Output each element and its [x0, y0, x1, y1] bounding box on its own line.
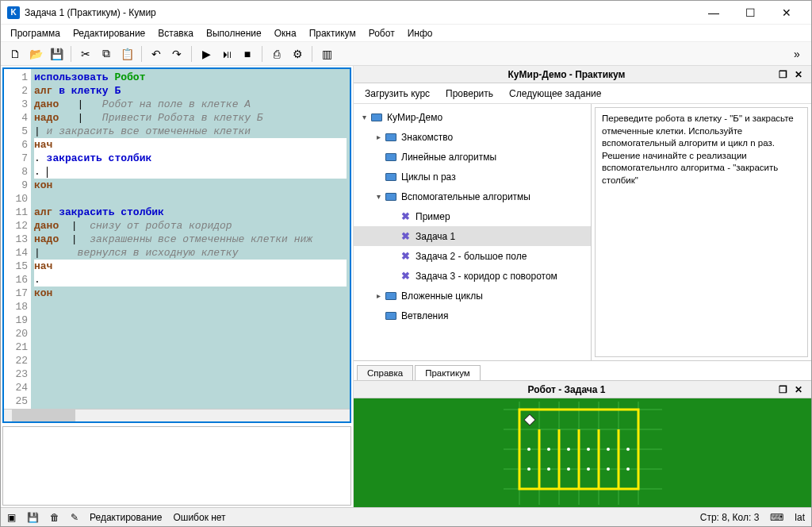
- menu-windows[interactable]: Окна: [270, 26, 301, 40]
- robot-grid: [504, 402, 662, 505]
- code-editor[interactable]: 1234567891011121314151617181920212223242…: [2, 67, 351, 423]
- cut-icon[interactable]: ✂: [76, 44, 95, 63]
- status-icon-1: ▣: [7, 512, 16, 523]
- tab-practicum[interactable]: Практикум: [415, 365, 481, 380]
- course-tree[interactable]: ▾КуМир-Демо ▸Знакомство Линейные алгорит…: [354, 104, 592, 360]
- robot-restore-icon[interactable]: ❐: [775, 384, 791, 395]
- load-course-button[interactable]: Загрузить курс: [358, 87, 436, 101]
- tree-linear[interactable]: Линейные алгоритмы: [354, 147, 591, 167]
- output-pane: [2, 426, 351, 506]
- svg-point-24: [527, 467, 530, 471]
- status-icon-3: 🗑: [50, 512, 59, 523]
- more-icon[interactable]: »: [787, 44, 806, 63]
- panel-close-icon[interactable]: ✕: [791, 69, 806, 80]
- tree-root[interactable]: ▾КуМир-Демо: [354, 107, 591, 127]
- task-description: Переведите робота в клетку - "Б" и закра…: [595, 107, 808, 357]
- svg-point-22: [607, 448, 610, 451]
- tree-task1[interactable]: ✖Задача 1: [354, 226, 591, 246]
- svg-point-23: [626, 448, 630, 451]
- minimize-button[interactable]: —: [695, 1, 732, 25]
- course-toolbar: Загрузить курс Проверить Следующее задан…: [354, 83, 811, 104]
- status-errors: Ошибок нет: [173, 512, 225, 523]
- step-icon[interactable]: ⏯: [217, 44, 236, 63]
- code-area[interactable]: использовать Роботалг в клетку Бдано | Р…: [31, 69, 350, 409]
- menu-practicum[interactable]: Практикум: [304, 26, 361, 40]
- save-file-icon[interactable]: 💾: [47, 44, 66, 63]
- svg-point-25: [547, 467, 550, 471]
- svg-point-28: [607, 467, 610, 471]
- tree-branch[interactable]: Ветвления: [354, 306, 591, 325]
- menu-info[interactable]: Инфо: [403, 26, 438, 40]
- status-icon-4: ✎: [71, 512, 79, 523]
- menu-program[interactable]: Программа: [6, 26, 65, 40]
- undo-icon[interactable]: ↶: [147, 44, 166, 63]
- copy-icon[interactable]: ⧉: [97, 44, 116, 63]
- robot-close-icon[interactable]: ✕: [791, 384, 806, 395]
- svg-point-21: [587, 448, 590, 451]
- paste-icon[interactable]: 📋: [117, 44, 136, 63]
- menubar: Программа Редактирование Вставка Выполне…: [1, 25, 811, 42]
- menu-insert[interactable]: Вставка: [153, 26, 198, 40]
- status-keyboard-icon: ⌨: [770, 512, 783, 523]
- new-file-icon[interactable]: 🗋: [6, 44, 25, 63]
- panel-restore-icon[interactable]: ❐: [775, 69, 791, 80]
- tree-nested[interactable]: ▸Вложенные циклы: [354, 286, 591, 306]
- tool-1-icon[interactable]: ⎙: [267, 44, 286, 63]
- status-position: Стр: 8, Кол: 3: [700, 512, 760, 523]
- svg-point-20: [567, 448, 570, 451]
- tab-help[interactable]: Справка: [357, 365, 413, 380]
- tree-cycles[interactable]: Циклы n раз: [354, 167, 591, 187]
- line-gutter: 1234567891011121314151617181920212223242…: [4, 69, 31, 409]
- stop-icon[interactable]: ■: [238, 44, 257, 63]
- window-title: Задача 1 (Практикум) - Кумир: [25, 7, 695, 18]
- toolbar: 🗋 📂 💾 ✂ ⧉ 📋 ↶ ↷ ▶ ⏯ ■ ⎙ ⚙ ▥ »: [1, 42, 811, 66]
- svg-point-18: [527, 448, 530, 451]
- practicum-panel-title: КуМир-Демо - Практикум ❐ ✕: [354, 66, 811, 83]
- run-icon[interactable]: ▶: [197, 44, 216, 63]
- next-task-button[interactable]: Следующее задание: [503, 87, 607, 101]
- status-icon-2: 💾: [27, 512, 39, 523]
- statusbar: ▣ 💾 🗑 ✎ Редактирование Ошибок нет Стр: 8…: [1, 507, 811, 526]
- tree-aux[interactable]: ▾Вспомогательные алгоритмы: [354, 187, 591, 206]
- editor-scrollbar[interactable]: [4, 409, 350, 421]
- maximize-button[interactable]: ☐: [732, 1, 768, 25]
- menu-edit[interactable]: Редактирование: [68, 26, 150, 40]
- menu-run[interactable]: Выполнение: [201, 26, 266, 40]
- status-lang: lat: [795, 512, 805, 523]
- redo-icon[interactable]: ↷: [167, 44, 186, 63]
- tree-example[interactable]: ✖Пример: [354, 206, 591, 226]
- tree-task2[interactable]: ✖Задача 2 - большое поле: [354, 246, 591, 266]
- menu-robot[interactable]: Робот: [364, 26, 400, 40]
- open-file-icon[interactable]: 📂: [26, 44, 45, 63]
- layout-icon[interactable]: ▥: [317, 44, 336, 63]
- tool-2-icon[interactable]: ⚙: [288, 44, 307, 63]
- svg-point-19: [547, 448, 550, 451]
- svg-rect-30: [523, 414, 534, 425]
- tree-intro[interactable]: ▸Знакомство: [354, 127, 591, 147]
- robot-field[interactable]: [354, 398, 811, 507]
- svg-point-27: [587, 467, 590, 471]
- close-button[interactable]: ✕: [768, 1, 805, 25]
- tree-task3[interactable]: ✖Задача 3 - коридор с поворотом: [354, 266, 591, 286]
- svg-point-26: [567, 467, 570, 471]
- titlebar: K Задача 1 (Практикум) - Кумир — ☐ ✕: [1, 1, 811, 25]
- svg-point-29: [626, 467, 630, 471]
- check-button[interactable]: Проверить: [439, 87, 500, 101]
- status-mode: Редактирование: [90, 512, 162, 523]
- app-icon: K: [7, 6, 20, 19]
- robot-panel-title: Робот - Задача 1 ❐ ✕: [354, 381, 811, 398]
